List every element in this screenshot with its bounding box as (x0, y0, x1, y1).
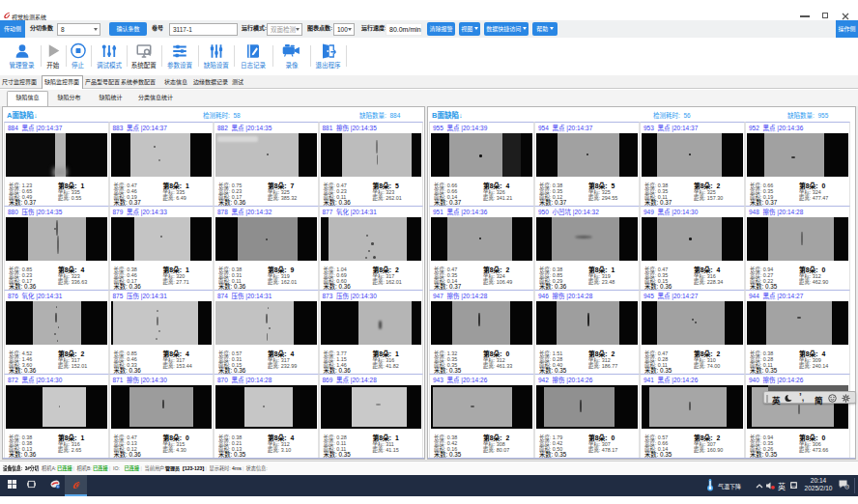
svg-text:6: 6 (846, 485, 848, 489)
